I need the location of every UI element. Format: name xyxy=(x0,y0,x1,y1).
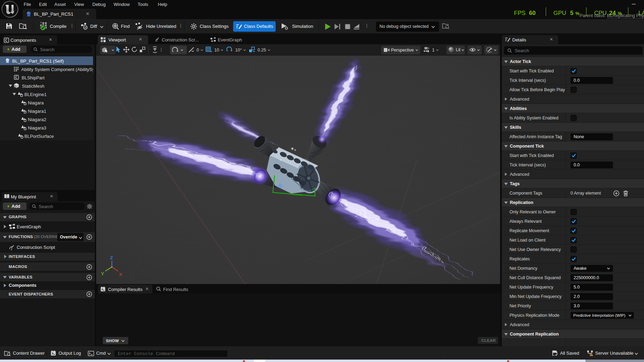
svg-text:X: X xyxy=(119,272,122,277)
svg-text:f: f xyxy=(11,245,13,250)
svg-text:Y: Y xyxy=(101,271,104,276)
svg-text:Z: Z xyxy=(110,255,113,260)
svg-text:f: f xyxy=(156,38,158,42)
